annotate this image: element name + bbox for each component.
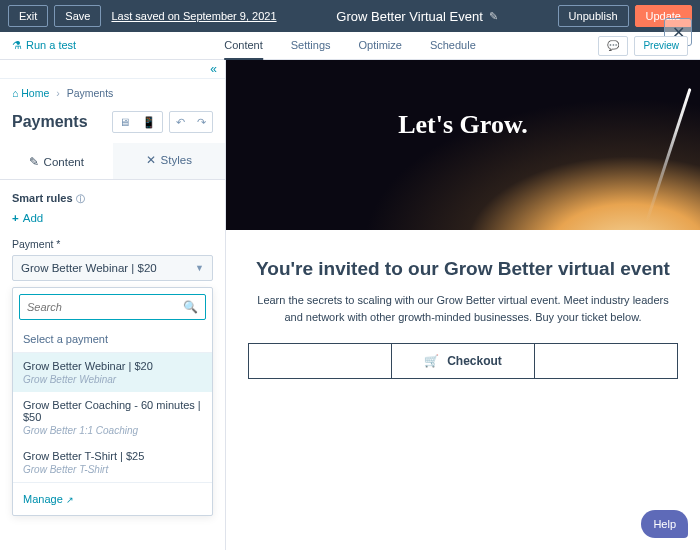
- sub-nav: ⚗Run a test Content Settings Optimize Sc…: [0, 32, 700, 60]
- chat-icon-button[interactable]: 💬: [598, 36, 628, 56]
- smart-rules-label: Smart rulesⓘ: [0, 180, 225, 212]
- info-icon[interactable]: ⓘ: [76, 194, 85, 204]
- dropdown-option[interactable]: Grow Better T-Shirt | $25Grow Better T-S…: [13, 443, 212, 482]
- panel-tab-styles[interactable]: ✕Styles: [113, 143, 226, 179]
- tab-content[interactable]: Content: [224, 32, 263, 60]
- panel-title: Payments: [12, 113, 88, 131]
- payment-select-value: Grow Better Webinar | $20: [21, 262, 157, 274]
- preview-button[interactable]: Preview: [634, 36, 688, 56]
- chevron-down-icon: ▼: [195, 263, 204, 273]
- collapse-sidebar-icon[interactable]: «: [0, 60, 225, 79]
- undo-redo[interactable]: ↶↷: [169, 111, 213, 133]
- mobile-icon: 📱: [136, 116, 162, 129]
- external-link-icon: ↗: [66, 495, 74, 505]
- dropdown-option[interactable]: Grow Better Webinar | $20Grow Better Web…: [13, 353, 212, 392]
- panel-tab-content[interactable]: ✎Content: [0, 143, 113, 179]
- page-heading[interactable]: You're invited to our Grow Better virtua…: [248, 258, 678, 280]
- home-icon[interactable]: ⌂: [12, 87, 18, 99]
- tab-schedule[interactable]: Schedule: [430, 32, 476, 60]
- edit-title-icon[interactable]: ✎: [489, 10, 498, 23]
- save-button[interactable]: Save: [54, 5, 101, 27]
- crumb-home[interactable]: Home: [21, 87, 49, 99]
- page-title: Grow Better Virtual Event: [336, 9, 482, 24]
- run-test-link[interactable]: ⚗Run a test: [12, 39, 76, 52]
- tab-settings[interactable]: Settings: [291, 32, 331, 60]
- help-button[interactable]: Help: [641, 510, 688, 538]
- left-sidebar: « ⌂ Home › Payments Payments 🖥📱 ↶↷ ✎Cont…: [0, 60, 226, 550]
- desktop-icon: 🖥: [113, 116, 136, 128]
- undo-icon: ↶: [170, 116, 191, 129]
- cart-icon: 🛒: [424, 354, 439, 368]
- page-body-text[interactable]: Learn the secrets to scaling with our Gr…: [248, 292, 678, 325]
- payment-field-label: Payment *: [12, 238, 213, 250]
- checkout-row: 🛒 Checkout: [248, 343, 678, 379]
- breadcrumb: ⌂ Home › Payments: [0, 79, 225, 107]
- hero-headline: Let's Grow.: [398, 110, 528, 140]
- breadcrumb-sep: ›: [56, 87, 60, 99]
- search-icon: 🔍: [183, 300, 198, 314]
- crumb-current: Payments: [67, 87, 114, 99]
- tab-optimize[interactable]: Optimize: [359, 32, 402, 60]
- add-rule-button[interactable]: +Add: [0, 212, 225, 238]
- payment-dropdown: 🔍 Select a payment Grow Better Webinar |…: [12, 287, 213, 516]
- top-bar: Exit Save Last saved on September 9, 202…: [0, 0, 700, 32]
- redo-icon: ↷: [191, 116, 212, 129]
- exit-button[interactable]: Exit: [8, 5, 48, 27]
- payment-select[interactable]: Grow Better Webinar | $20 ▼: [12, 255, 213, 281]
- checkout-cell-left[interactable]: [249, 344, 391, 378]
- search-input[interactable]: [27, 301, 183, 313]
- last-saved-text[interactable]: Last saved on September 9, 2021: [111, 10, 276, 22]
- dropdown-option[interactable]: Grow Better Coaching - 60 minutes | $50G…: [13, 392, 212, 443]
- dropdown-header: Select a payment: [13, 326, 212, 353]
- beaker-icon: ⚗: [12, 39, 22, 51]
- checkout-cell-right[interactable]: [535, 344, 677, 378]
- page-canvas: Let's Grow. You're invited to our Grow B…: [226, 60, 700, 550]
- manage-link[interactable]: Manage↗: [13, 482, 212, 515]
- hero-banner[interactable]: Let's Grow.: [226, 60, 700, 230]
- dropdown-search[interactable]: 🔍: [19, 294, 206, 320]
- checkout-button[interactable]: 🛒 Checkout: [391, 344, 535, 378]
- unpublish-button[interactable]: Unpublish: [558, 5, 629, 27]
- device-toggle[interactable]: 🖥📱: [112, 111, 163, 133]
- pencil-icon: ✎: [29, 156, 39, 168]
- styles-icon: ✕: [146, 154, 156, 166]
